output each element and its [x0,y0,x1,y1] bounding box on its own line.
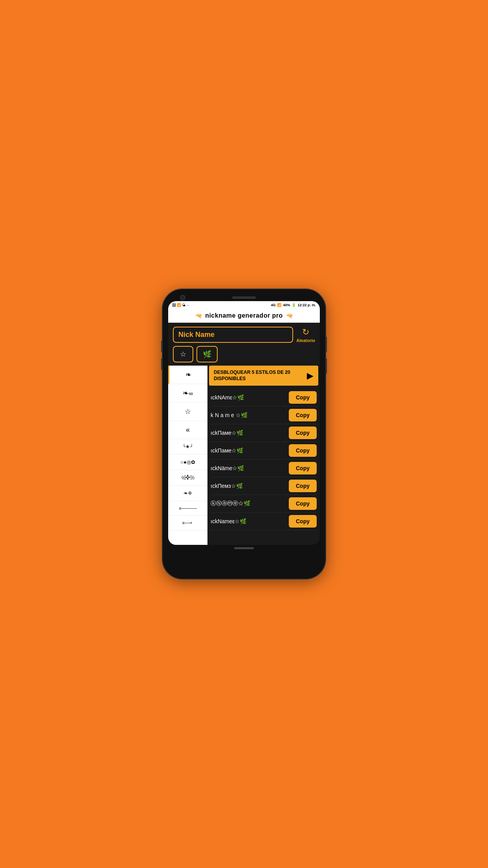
nickname-text-6: ⓚⓃⓐⓜⓔ☆🌿 [211,500,286,507]
style-item-3[interactable]: « [168,421,207,439]
panel-area: ❧ ❧∞ ☆ « └★┘ ○●◎✿ ꧁✛꧂ ❧✛ ≡───── ≡──╸ DES… [168,366,320,545]
style-item-2[interactable]: ☆ [168,403,207,421]
table-row: k N a m e ☆🌿 Copy [211,406,317,424]
table-row: ıckПаме☆🌿 Copy [211,442,317,460]
signal-icon: 📶 [277,303,281,307]
table-row: ıckПемз☆🌿 Copy [211,477,317,495]
header-left-gun-icon: 🔫 [195,313,202,319]
status-bar: 🖼 📶 🌤 ··· 4G 📶 40% 🔋 12:22 p. m. [168,301,320,309]
table-row: ⓚⓃⓐⓜⓔ☆🌿 Copy [211,495,317,513]
phone-screen: 🖼 📶 🌤 ··· 4G 📶 40% 🔋 12:22 p. m. 🔫 nickn… [168,301,320,545]
style-item-0[interactable]: ❧ [168,366,207,384]
app-title: nickname generador pro [205,312,283,319]
phone-device: 🖼 📶 🌤 ··· 4G 📶 40% 🔋 12:22 p. m. 🔫 nickn… [163,289,325,579]
volume-down-button [161,358,163,370]
copy-button-5[interactable]: Copy [289,480,317,492]
style-panel: ❧ ❧∞ ☆ « └★┘ ○●◎✿ ꧁✛꧂ ❧✛ ≡───── ≡──╸ [168,366,207,545]
front-camera [180,295,185,300]
nickname-input[interactable] [173,327,293,343]
power-button [325,337,327,352]
nickname-text-7: ıckNameε☆🌿 [211,518,286,524]
phone-top-notch [168,296,320,299]
status-left-icons: 🖼 📶 🌤 ··· [172,303,189,307]
input-row: ↻ Aleatorio [168,323,320,346]
table-row: ıckNameε☆🌿 Copy [211,513,317,530]
aleatorio-label: Aleatorio [296,338,315,343]
home-indicator [234,547,254,549]
copy-button-4[interactable]: Copy [289,462,317,474]
style-item-4[interactable]: └★┘ [168,439,207,454]
promo-banner[interactable]: DESBLOQUEAR 5 ESTILOS DE 20 DISPONIBLES … [209,366,318,386]
aleatorio-button[interactable]: ↻ Aleatorio [296,327,315,343]
style-flourish-button[interactable]: 🌿 [196,346,218,362]
volume-up-button [161,340,163,352]
copy-button-6[interactable]: Copy [289,497,317,510]
style-item-8[interactable]: ≡───── [168,501,207,516]
nickname-text-0: ıckNAmε☆🌿 [211,394,286,401]
style-item-7[interactable]: ❧✛ [168,485,207,501]
nickname-text-5: ıckПемз☆🌿 [211,483,286,489]
refresh-icon: ↻ [302,327,309,337]
network-type: 4G [271,303,275,307]
style-selector-row: ☆ 🌿 [168,346,320,366]
battery-icon: 🔋 [292,303,296,307]
copy-button-0[interactable]: Copy [289,391,317,404]
table-row: ıckПаме☆🌿 Copy [211,424,317,442]
status-right-info: 4G 📶 40% 🔋 12:22 p. m. [271,303,316,307]
nickname-text-2: ıckПаме☆🌿 [211,430,286,436]
earpiece-speaker [232,296,256,299]
power-button-2 [325,358,327,374]
app-content: ↻ Aleatorio ☆ 🌿 ❧ ❧∞ ☆ « └★┘ ○●◎✿ [168,323,320,545]
battery-level: 40% [283,303,290,307]
copy-button-7[interactable]: Copy [289,515,317,528]
promo-play-icon: ▶ [307,371,314,381]
style-star-button[interactable]: ☆ [173,346,193,362]
table-row: ıckNAmε☆🌿 Copy [211,389,317,406]
content-panel: DESBLOQUEAR 5 ESTILOS DE 20 DISPONIBLES … [207,366,320,545]
copy-button-2[interactable]: Copy [289,427,317,439]
header-right-gun-icon: 🔫 [286,313,293,319]
copy-button-1[interactable]: Copy [289,409,317,421]
nickname-text-3: ıckПаме☆🌿 [211,447,286,454]
notification-icons: 🖼 📶 🌤 ··· [172,303,189,307]
nickname-text-1: k N a m e ☆🌿 [211,412,286,418]
clock: 12:22 p. m. [297,303,316,307]
style-item-9[interactable]: ≡──╸ [168,516,207,531]
style-item-6[interactable]: ꧁✛꧂ [168,470,207,485]
copy-button-3[interactable]: Copy [289,444,317,457]
table-row: ıckNäme☆🌿 Copy [211,460,317,477]
style-item-1[interactable]: ❧∞ [168,384,207,403]
nickname-text-4: ıckNäme☆🌿 [211,465,286,471]
phone-home-bar [168,547,320,549]
style-item-5[interactable]: ○●◎✿ [168,454,207,470]
promo-text: DESBLOQUEAR 5 ESTILOS DE 20 DISPONIBLES [214,370,304,382]
nickname-list: ıckNAmε☆🌿 Copy k N a m e ☆🌿 Copy ıckПаме… [207,387,320,545]
app-header: 🔫 nickname generador pro 🔫 [168,309,320,323]
